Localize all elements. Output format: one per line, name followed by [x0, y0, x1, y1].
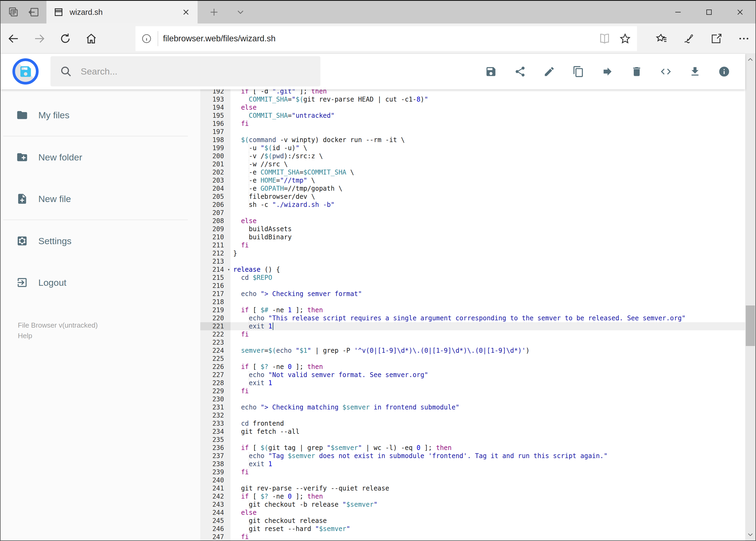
code-row-219[interactable]: 219 if [ $# -ne 1 ]; then — [200, 306, 745, 314]
search-input[interactable] — [81, 66, 311, 77]
code-row-204[interactable]: 204 -e GOPATH=//tmp/gopath \ — [200, 185, 745, 193]
code-row-230[interactable]: 230 — [200, 395, 745, 403]
code-line[interactable]: -e GOPATH=//tmp/gopath \ — [230, 185, 745, 193]
web-note-pen-icon[interactable] — [682, 32, 695, 45]
code-line[interactable] — [230, 355, 745, 363]
code-line[interactable]: -w //src \ — [230, 160, 745, 168]
code-row-214[interactable]: 214▾release () { — [200, 266, 745, 273]
code-row-203[interactable]: 203 -e HOME="//tmp" \ — [200, 176, 745, 185]
sidebar-item-new-file[interactable]: New file — [1, 178, 200, 220]
code-row-196[interactable]: 196 fi — [200, 120, 745, 128]
filebrowser-logo[interactable] — [12, 58, 39, 85]
code-row-194[interactable]: 194 else — [200, 104, 745, 112]
code-line[interactable]: exit 1 — [230, 322, 745, 330]
close-button[interactable] — [724, 1, 755, 24]
code-line[interactable]: } — [230, 249, 745, 258]
minimize-button[interactable] — [662, 1, 693, 24]
code-line[interactable]: -v /$(pwd):/src:z \ — [230, 152, 745, 160]
search-box[interactable] — [51, 56, 320, 86]
new-tab-button[interactable] — [209, 7, 219, 17]
code-row-231[interactable]: 231 echo "> Checking matching $semver in… — [200, 403, 745, 411]
code-row-244[interactable]: 244 else — [200, 509, 745, 517]
code-editor[interactable]: 192 if [ -d ".git" ]; then193 COMMIT_SHA… — [200, 89, 745, 540]
code-row-234[interactable]: 234 git fetch --all — [200, 427, 745, 436]
code-line[interactable]: if [ $(git tag | grep "$semver" | wc -l)… — [230, 444, 745, 452]
code-row-226[interactable]: 226 if [ $? -ne 0 ]; then — [200, 363, 745, 371]
code-row-233[interactable]: 233 cd frontend — [200, 419, 745, 427]
code-row-235[interactable]: 235 — [200, 436, 745, 444]
page-scrollbar[interactable] — [745, 54, 755, 540]
code-line[interactable]: cd $REPO — [230, 273, 745, 282]
code-row-225[interactable]: 225 — [200, 355, 745, 363]
more-menu-icon[interactable] — [738, 32, 750, 45]
code-line[interactable]: echo "> Checking semver format" — [230, 290, 745, 298]
code-line[interactable]: exit 1 — [230, 460, 745, 468]
code-line[interactable] — [230, 411, 745, 419]
sidebar-item-my-files[interactable]: My files — [1, 94, 200, 136]
code-row-209[interactable]: 209 buildAssets — [200, 225, 745, 233]
scroll-up-icon[interactable] — [745, 54, 755, 66]
sidebar-item-settings[interactable]: Settings — [1, 220, 200, 262]
code-row-210[interactable]: 210 buildBinary — [200, 233, 745, 241]
code-line[interactable]: echo "Tag $semver does not exist in subm… — [230, 452, 745, 460]
code-row-197[interactable]: 197 — [200, 128, 745, 136]
code-row-245[interactable]: 245 git checkout release — [200, 517, 745, 525]
code-row-207[interactable]: 207 — [200, 209, 745, 217]
code-row-192[interactable]: 192 if [ -d ".git" ]; then — [200, 89, 745, 95]
code-line[interactable]: release () { — [230, 266, 745, 273]
code-line[interactable]: else — [230, 104, 745, 112]
tab-preview-chevron-icon[interactable] — [235, 7, 246, 17]
code-line[interactable]: semver=$(echo "$1" | grep -P '^v(0|[1-9]… — [230, 346, 745, 355]
code-line[interactable]: git checkout -b release "$semver" — [230, 500, 745, 509]
code-row-247[interactable]: 247 fi — [200, 533, 745, 540]
code-line[interactable]: sh -c "./wizard.sh -b" — [230, 201, 745, 209]
code-line[interactable] — [230, 298, 745, 306]
code-line[interactable]: git rev-parse --verify --quiet release — [230, 484, 745, 492]
code-line[interactable]: echo "This release script requires a sin… — [230, 314, 745, 322]
code-line[interactable]: fi — [230, 387, 745, 395]
home-button[interactable] — [78, 26, 104, 52]
code-row-193[interactable]: 193 COMMIT_SHA="$(git rev-parse HEAD | c… — [200, 95, 745, 104]
code-line[interactable]: if [ $? -ne 0 ]; then — [230, 492, 745, 500]
code-line[interactable]: buildBinary — [230, 233, 745, 241]
code-row-213[interactable]: 213 — [200, 258, 745, 266]
code-line[interactable]: if [ $? -ne 0 ]; then — [230, 363, 745, 371]
hub-favorites-icon[interactable] — [655, 32, 667, 45]
share-page-icon[interactable] — [710, 32, 722, 45]
sidebar-item-logout[interactable]: Logout — [1, 262, 200, 303]
code-line[interactable]: echo "Not valid semver format. See semve… — [230, 371, 745, 379]
code-row-240[interactable]: 240 — [200, 476, 745, 484]
maximize-button[interactable] — [693, 1, 724, 24]
download-button[interactable] — [689, 66, 701, 78]
scrollbar-thumb[interactable] — [746, 305, 755, 346]
code-row-200[interactable]: 200 -v /$(pwd):/src:z \ — [200, 152, 745, 160]
save-button[interactable] — [485, 66, 497, 78]
address-bar[interactable]: filebrowser.web/files/wizard.sh — [135, 26, 637, 51]
code-row-208[interactable]: 208 else — [200, 217, 745, 225]
code-line[interactable] — [230, 209, 745, 217]
sidebar-item-new-folder[interactable]: New folder — [1, 136, 200, 178]
delete-button[interactable] — [631, 66, 642, 78]
code-line[interactable]: git reset --hard "$semver" — [230, 525, 745, 533]
code-row-243[interactable]: 243 git checkout -b release "$semver" — [200, 500, 745, 509]
code-row-216[interactable]: 216 — [200, 282, 745, 290]
code-line[interactable]: exit 1 — [230, 379, 745, 387]
code-line[interactable]: filebrowser/dev \ — [230, 193, 745, 201]
code-line[interactable]: $(command -v winpty) docker run --rm -it… — [230, 136, 745, 144]
code-row-195[interactable]: 195 COMMIT_SHA="untracked" — [200, 112, 745, 120]
code-row-238[interactable]: 238 exit 1 — [200, 460, 745, 468]
share-button[interactable] — [514, 66, 526, 78]
info-button[interactable] — [718, 66, 730, 78]
code-row-222[interactable]: 222 fi — [200, 330, 745, 338]
code-line[interactable]: git fetch --all — [230, 427, 745, 436]
url-text[interactable]: filebrowser.web/files/wizard.sh — [158, 34, 599, 44]
code-line[interactable] — [230, 282, 745, 290]
code-line[interactable]: fi — [230, 330, 745, 338]
code-line[interactable]: echo "> Checking matching $semver in fro… — [230, 403, 745, 411]
editor-lines[interactable]: 192 if [ -d ".git" ]; then193 COMMIT_SHA… — [200, 89, 745, 540]
code-line[interactable]: COMMIT_SHA="untracked" — [230, 112, 745, 120]
code-row-228[interactable]: 228 exit 1 — [200, 379, 745, 387]
code-row-237[interactable]: 237 echo "Tag $semver does not exist in … — [200, 452, 745, 460]
code-row-220[interactable]: 220 echo "This release script requires a… — [200, 314, 745, 322]
code-row-223[interactable]: 223 — [200, 338, 745, 346]
